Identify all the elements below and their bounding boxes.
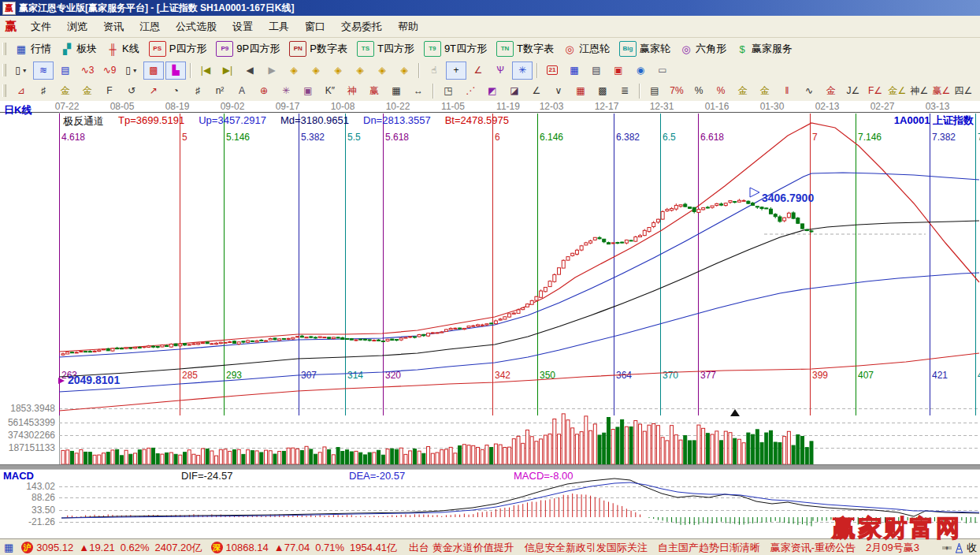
menu-资讯[interactable]: 资讯 (95, 17, 132, 37)
p-number-table-button[interactable]: PNP数字表 (284, 39, 352, 58)
percent-tool-button[interactable]: % (689, 82, 709, 100)
overlay-chart-button[interactable]: ≋ (33, 61, 54, 80)
shift-left-button[interactable]: ◈ (284, 61, 304, 80)
shift-right-button[interactable]: ◈ (306, 61, 326, 80)
zoom-out-button[interactable]: ◈ (372, 61, 392, 80)
calculator-button[interactable]: ▦ (564, 61, 585, 80)
kline-button[interactable]: ╫K线 (102, 40, 144, 58)
gold-circle-tool-button[interactable]: 金 (733, 82, 753, 100)
square-circle-tool-button[interactable]: ▣ (298, 82, 318, 100)
toolbar-drag-handle[interactable] (2, 64, 6, 76)
red-marker-pen-button[interactable]: ↗ (143, 82, 164, 100)
candle-style-button[interactable]: ▯▼ (121, 61, 142, 80)
save-button[interactable]: ▣ (608, 61, 629, 80)
toolbar-drag-handle[interactable] (2, 43, 6, 55)
hand-tool-button[interactable]: ☝ (424, 61, 444, 80)
menu-窗口[interactable]: 窗口 (297, 17, 333, 37)
period-selector-button[interactable]: ▯▼ (11, 61, 32, 80)
menu-设置[interactable]: 设置 (225, 17, 261, 37)
quotes-button[interactable]: ▦行情 (10, 40, 56, 58)
nine-chart-layout-button[interactable]: ∿9 (99, 61, 120, 80)
map-view-button[interactable]: ▩ (143, 61, 164, 80)
shen-tool-button[interactable]: 神 (342, 82, 362, 100)
time-hash-ruler-button[interactable]: ♯ (33, 82, 54, 100)
gold-segment-1-button[interactable]: 金 (55, 82, 76, 100)
info-panel-button[interactable]: ▤ (55, 61, 76, 80)
winner-service-button[interactable]: $赢家服务 (731, 40, 797, 58)
angle-pen-tool-button[interactable]: ⊿ (11, 82, 32, 100)
histogram-view-button[interactable]: ▙ (165, 61, 186, 80)
dark-fan-box-button[interactable]: ◪ (504, 82, 525, 100)
gann-wheel-button[interactable]: ◎江恩轮 (559, 40, 614, 58)
prev-bar-button[interactable]: ◀ (239, 61, 260, 80)
v-lines-tool-button[interactable]: ∨ (548, 82, 569, 100)
gold-underline-tool-button[interactable]: 金 (821, 82, 841, 100)
menu-浏览[interactable]: 浏览 (59, 17, 95, 37)
price-hash-ruler-button[interactable]: ♯ (187, 82, 208, 100)
sectors-button[interactable]: ▞板块 (56, 40, 102, 58)
kline-chart-canvas[interactable]: 4.61826352855.1462935.3823075.53145.6183… (0, 101, 980, 538)
save-web-button[interactable]: ◉ (630, 61, 651, 80)
gann-psi-tool-button[interactable]: Ѱ (490, 61, 510, 80)
angle-lines-tool-button[interactable]: ∠ (526, 82, 547, 100)
grid-123-tool-button[interactable]: ▦ (386, 82, 406, 100)
9t-square-button[interactable]: T99T四方形 (419, 39, 492, 58)
last-page-button[interactable]: ▶| (217, 61, 238, 80)
ying-tool-button[interactable]: 赢 (364, 82, 384, 100)
k-prime-tool-button[interactable]: K″ (320, 82, 340, 100)
span-measure-tool-button[interactable]: ↔ (408, 82, 429, 100)
menu-工具[interactable]: 工具 (261, 17, 297, 37)
percent-lines-tool-button[interactable]: % (711, 82, 731, 100)
shen-angle-tool-button[interactable]: 神∠ (909, 82, 930, 100)
spiral-tool-button[interactable]: ↺ (121, 82, 142, 100)
first-page-button[interactable]: |◀ (195, 61, 216, 80)
brush-bars-tool-button[interactable]: ‖ (777, 82, 797, 100)
three-chart-layout-button[interactable]: ∿3 (77, 61, 98, 80)
parallel-lines-tool-button[interactable]: ≣ (614, 82, 635, 100)
red-grid-tool-button[interactable]: ▦ (570, 82, 591, 100)
gann-box-tool-button[interactable]: ◳ (438, 82, 458, 100)
t-square-button[interactable]: TST四方形 (352, 39, 419, 58)
notes-button[interactable]: ▤ (586, 61, 607, 80)
time-clock-tool-button[interactable]: ◔ (165, 82, 186, 100)
print-button[interactable]: ▭ (652, 61, 673, 80)
wave-tool-button[interactable]: ∿ (799, 82, 819, 100)
line-angle-tool-button[interactable]: ∠ (468, 61, 488, 80)
text-label-tool-button[interactable]: A (232, 82, 252, 100)
next-bar-button[interactable]: ▶ (262, 61, 282, 80)
quote-grid-icon[interactable]: ▦ (4, 542, 13, 553)
star-circle-tool-button[interactable]: ✳ (276, 82, 296, 100)
gold-lines-tool-button[interactable]: 金 (755, 82, 775, 100)
ying-angle-tool-button[interactable]: 赢∠ (931, 82, 952, 100)
pane-splitter[interactable] (0, 464, 980, 470)
percent-table-tool-button[interactable]: ▤ (644, 82, 665, 100)
toolbar-drag-handle[interactable] (2, 84, 6, 97)
si-angle-tool-button[interactable]: 四∠ (953, 82, 974, 100)
t-number-table-button[interactable]: TNT数字表 (492, 39, 559, 58)
crosshair-tool-button[interactable]: + (446, 61, 466, 80)
dark-grid-tool-button[interactable]: ▩ (592, 82, 613, 100)
title-bar[interactable]: 赢 赢家江恩专业版[赢家服务平台] - [上证指数 SH1A0001-167日K… (0, 0, 980, 16)
gold-segment-2-button[interactable]: 金 (77, 82, 98, 100)
menu-交易委托[interactable]: 交易委托 (333, 17, 390, 37)
circle-cross-tool-button[interactable]: ⊕ (254, 82, 274, 100)
hexagon-button[interactable]: ◎六角形 (675, 40, 731, 58)
mind-map-tool-button[interactable]: ✳ (512, 61, 533, 80)
fib-time-ruler-button[interactable]: F (99, 82, 120, 100)
zoom-all-button[interactable]: ◈ (394, 61, 414, 80)
menu-帮助[interactable]: 帮助 (390, 17, 426, 37)
period-selector-dropdown-icon[interactable]: ▼ (22, 68, 28, 73)
winner-wheel-button[interactable]: Big赢家轮 (614, 39, 675, 58)
menu-江恩[interactable]: 江恩 (132, 17, 168, 37)
f-angle-tool-button[interactable]: F∠ (865, 82, 885, 100)
9p-square-button[interactable]: P99P四方形 (211, 39, 284, 58)
ticker-spinner[interactable]: ▲▼ (942, 546, 952, 549)
red-fan-lines-button[interactable]: ⋰ (460, 82, 481, 100)
zoom-in-button[interactable]: ◈ (350, 61, 370, 80)
expand-h-button[interactable]: ◈ (328, 61, 348, 80)
p-square-button[interactable]: PSP四方形 (144, 39, 212, 58)
menu-文件[interactable]: 文件 (23, 17, 59, 37)
gold-angle-tool-button[interactable]: 金∠ (887, 82, 908, 100)
j-angle-tool-button[interactable]: J∠ (843, 82, 863, 100)
candle-style-dropdown-icon[interactable]: ▼ (132, 68, 138, 73)
